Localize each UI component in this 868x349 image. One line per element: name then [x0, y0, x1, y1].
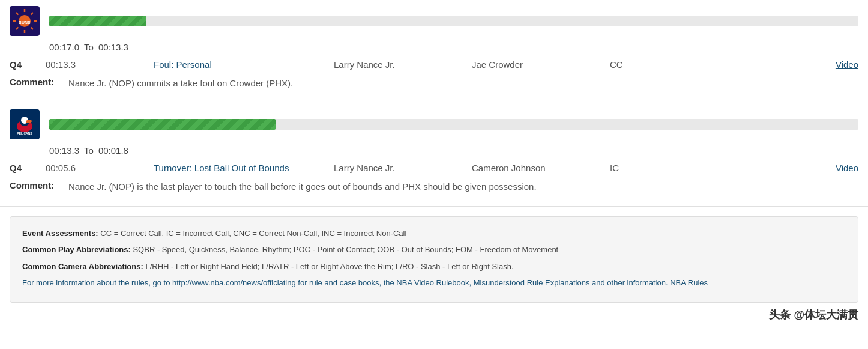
call-type-1: CC [610, 59, 658, 70]
progress-bar-1 [49, 16, 146, 26]
video-link-1[interactable]: Video [836, 59, 858, 70]
comment-label-1: Comment: [10, 77, 64, 87]
player2-1: Jae Crowder [472, 59, 610, 70]
time-row-2: 00:13.3 To 00:01.8 [0, 143, 868, 158]
more-info-text: For more information about the rules, go… [22, 278, 668, 287]
team-row-1: SUNS [0, 0, 868, 40]
time-row-1: 00:17.0 To 00:13.3 [0, 40, 868, 55]
time-from-2: 00:13.3 [49, 145, 79, 156]
team-row-2: PELICANS [0, 103, 868, 143]
call-type-2: IC [610, 163, 658, 173]
legend-section: Event Assessments: CC = Correct Call, IC… [10, 216, 858, 303]
event-row-2: Q4 00:05.6 Turnover: Lost Ball Out of Bo… [0, 158, 868, 178]
progress-bar-container-2 [49, 119, 858, 130]
common-camera-text: L/RHH - Left or Right Hand Held; L/RATR … [145, 262, 513, 271]
to-label-1: To [84, 42, 94, 52]
comment-row-1: Comment: Nance Jr. (NOP) commits a take … [0, 74, 868, 96]
event-type-2: Turnover: Lost Ball Out of Bounds [154, 163, 334, 173]
progress-bar-2 [49, 119, 276, 130]
quarter-2: Q4 [10, 163, 46, 173]
event-assessments-text: CC = Correct Call, IC = Incorrect Call, … [100, 229, 406, 238]
common-play-row: Common Play Abbreviations: SQBR - Speed,… [22, 243, 846, 256]
pelicans-logo: PELICANS [10, 109, 40, 139]
video-link-2[interactable]: Video [836, 163, 858, 173]
play-block-2: PELICANS 00:13.3 To 00:01.8 Q4 00:05.6 T… [0, 103, 868, 207]
svg-text:PELICANS: PELICANS [17, 132, 32, 135]
nba-rules-link[interactable]: NBA Rules [670, 278, 708, 287]
player1-1: Larry Nance Jr. [334, 59, 472, 70]
event-time-2: 00:05.6 [46, 163, 106, 173]
quarter-1: Q4 [10, 59, 46, 70]
more-info-row: For more information about the rules, go… [22, 276, 846, 290]
event-assessments-row: Event Assessments: CC = Correct Call, IC… [22, 226, 846, 240]
event-row-1: Q4 00:13.3 Foul: Personal Larry Nance Jr… [0, 55, 868, 74]
time-to-2: 00:01.8 [98, 145, 128, 156]
to-label-2: To [84, 145, 94, 156]
common-camera-label: Common Camera Abbreviations: [22, 262, 143, 271]
common-play-text: SQBR - Speed, Quickness, Balance, Rhythm… [133, 245, 558, 254]
comment-text-1: Nance Jr. (NOP) commits a take foul on C… [68, 77, 293, 90]
time-from-1: 00:17.0 [49, 42, 79, 52]
event-type-1: Foul: Personal [154, 59, 334, 70]
comment-row-2: Comment: Nance Jr. (NOP) is the last pla… [0, 178, 868, 199]
time-to-1: 00:13.3 [98, 42, 128, 52]
comment-label-2: Comment: [10, 180, 64, 190]
common-camera-row: Common Camera Abbreviations: L/RHH - Lef… [22, 259, 846, 273]
watermark: 头条 @体坛大满贯 [0, 303, 868, 327]
watermark-text: 头条 @体坛大满贯 [769, 309, 858, 321]
event-time-1: 00:13.3 [46, 59, 106, 70]
progress-bar-container-1 [49, 16, 858, 26]
common-play-label: Common Play Abbreviations: [22, 245, 131, 254]
event-assessments-label: Event Assessments: [22, 229, 98, 238]
player2-2: Cameron Johnson [472, 163, 610, 173]
play-block-1: SUNS 00:17.0 To 00:13.3 Q4 00:13.3 Foul:… [0, 0, 868, 103]
svg-text:SUNS: SUNS [19, 20, 31, 25]
suns-logo: SUNS [10, 6, 40, 36]
comment-text-2: Nance Jr. (NOP) is the last player to to… [68, 180, 537, 193]
player1-2: Larry Nance Jr. [334, 163, 472, 173]
